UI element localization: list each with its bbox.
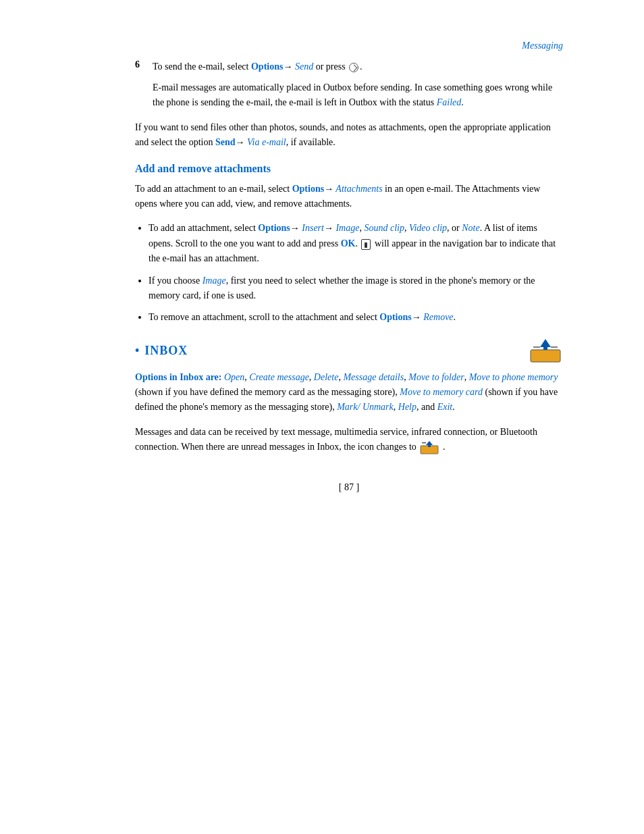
svg-rect-0 <box>531 350 560 362</box>
inbox-comma9: , and <box>417 402 437 412</box>
add-remove-intro: To add an attachment to an e-mail, selec… <box>135 182 563 212</box>
step6-after: . <box>360 61 363 72</box>
page: Messaging 6 To send the e-mail, select O… <box>0 0 644 834</box>
step-number: 6 <box>135 59 149 70</box>
inbox-messages-para: Messages and data can be received by tex… <box>135 425 563 455</box>
add-remove-heading: Add and remove attachments <box>135 163 563 175</box>
inbox-title-group: • INBOX <box>135 344 188 358</box>
section-title: Messaging <box>522 41 563 51</box>
nav-bar-icon <box>361 239 371 250</box>
bullet1-video: Video clip <box>409 223 447 233</box>
via-email: Via e-mail <box>245 137 286 147</box>
add-remove-before: To add an attachment to an e-mail, selec… <box>135 184 292 194</box>
bullet3-arrow: → <box>412 312 421 322</box>
bullet1-before: To add an attachment, select <box>149 223 258 233</box>
inbox-delete: Delete <box>314 372 339 382</box>
svg-rect-6 <box>422 442 426 444</box>
page-number: [ 87 ] <box>339 482 359 492</box>
step6-send: Send <box>292 61 313 72</box>
inbox-bullet: • <box>135 344 139 358</box>
bullet-item-1: To add an attachment, select Options→ In… <box>149 221 563 266</box>
add-remove-section: Add and remove attachments To add an att… <box>135 163 563 325</box>
add-options-label: Options <box>292 184 324 194</box>
inbox-open: Open <box>224 372 244 382</box>
send-arrow: → <box>236 137 245 147</box>
bullet1-sound: Sound clip <box>364 223 404 233</box>
send-files-before: If you want to send files other than pho… <box>135 122 551 147</box>
bullet1-image: Image <box>333 223 360 233</box>
bullet1-note: Note <box>462 223 479 233</box>
attachments-label: Attachments <box>333 184 382 194</box>
step6-middle: or press <box>313 61 348 72</box>
send-files-para: If you want to send files other than pho… <box>135 120 563 151</box>
bullet2-before: If you choose <box>149 276 203 286</box>
step6-options: Options <box>251 61 283 72</box>
inbox-move-folder: Move to folder <box>408 372 464 382</box>
page-footer: [ 87 ] <box>135 482 563 493</box>
bullet3-end: . <box>454 312 456 322</box>
inbox-create: Create message <box>249 372 309 382</box>
inbox-para2-end: . <box>443 442 446 452</box>
inbox-mark-unmark: Mark/ Unmark <box>337 402 394 412</box>
send-label: Send <box>215 137 236 147</box>
bullet1-arrow: → <box>290 223 300 233</box>
inbox-comma8: , <box>394 402 398 412</box>
attachments-bullet-list: To add an attachment, select Options→ In… <box>149 221 563 325</box>
inbox-header-row: • INBOX <box>135 338 563 365</box>
send-button-icon <box>349 63 358 72</box>
inbox-icon-svg <box>528 338 563 365</box>
bullet1-comma2: , <box>404 223 409 233</box>
inbox-comma2: , <box>309 372 314 382</box>
inbox-tray-icon <box>528 338 563 365</box>
inbox-message-details: Message details <box>343 372 404 382</box>
bullet1-comma3: , or <box>447 223 462 233</box>
step6-arrow: → <box>283 61 292 72</box>
inbox-comma5: , <box>464 372 469 382</box>
bullet1-ok: OK <box>341 238 356 249</box>
step6-note: E-mail messages are automatically placed… <box>153 80 563 111</box>
step6-text-before: To send the e-mail, select <box>153 61 251 72</box>
inbox-exit: Exit <box>437 402 453 412</box>
inbox-changed-icon <box>420 440 439 455</box>
inbox-shown1: (shown if you have defined the memory ca… <box>135 387 400 397</box>
inbox-label: INBOX <box>144 344 188 358</box>
bullet2-image: Image <box>203 276 226 286</box>
inbox-options-bold: Options in Inbox are: <box>135 372 224 382</box>
bullet3-options: Options <box>379 312 411 322</box>
inbox-para2-before: Messages and data can be received by tex… <box>135 427 537 452</box>
page-header: Messaging <box>135 41 563 51</box>
bullet1-arrow2: → <box>324 223 333 233</box>
send-after: , if available. <box>286 137 336 147</box>
svg-marker-1 <box>540 339 551 350</box>
bullet1-options: Options <box>258 223 290 233</box>
step-6-content: To send the e-mail, select Options→ Send… <box>153 59 563 74</box>
inbox-section: • INBOX Options in Inbox are: Open, Crea… <box>135 338 563 455</box>
inbox-move-card: Move to memory card <box>400 387 483 397</box>
bullet1-icon-text: . <box>355 238 360 249</box>
add-arrow: → <box>324 184 333 194</box>
bullet3-remove: Remove <box>421 312 454 322</box>
step-6: 6 To send the e-mail, select Options→ Se… <box>135 59 563 74</box>
bullet1-insert: Insert <box>300 223 324 233</box>
bullet-item-2: If you choose Image, first you need to s… <box>149 273 563 304</box>
bullet-item-3: To remove an attachment, scroll to the a… <box>149 310 563 325</box>
inbox-move-phone: Move to phone memory <box>469 372 558 382</box>
inbox-help: Help <box>398 402 417 412</box>
step6-note-text: E-mail messages are automatically placed… <box>153 82 552 107</box>
bullet3-before: To remove an attachment, scroll to the a… <box>149 312 379 322</box>
inbox-options-para: Options in Inbox are: Open, Create messa… <box>135 370 563 415</box>
inbox-end: . <box>452 402 455 412</box>
step6-note-end: . <box>461 97 464 107</box>
step6-failed: Failed <box>437 97 462 107</box>
